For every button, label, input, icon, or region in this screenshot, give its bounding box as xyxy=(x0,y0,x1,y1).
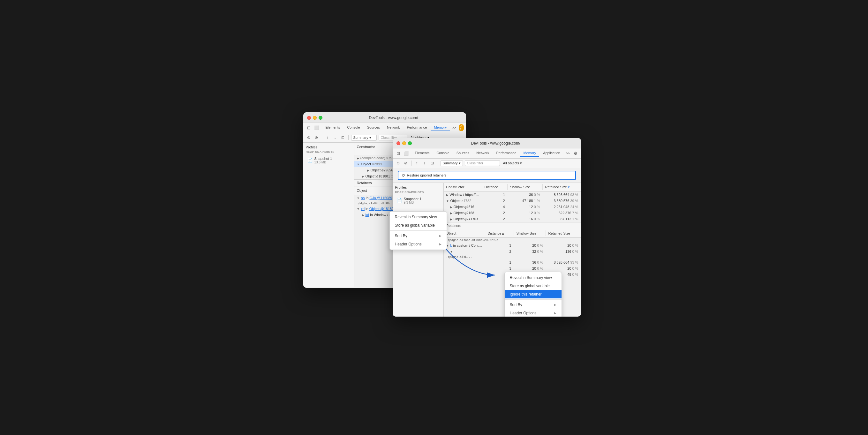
td-distance: 2 xyxy=(482,198,507,204)
window-title-2: DevTools - www.google.com/ xyxy=(414,141,577,146)
upload-icon-1[interactable]: ↑ xyxy=(325,135,331,141)
td-distance: 1 xyxy=(482,192,507,197)
td-d: 3 xyxy=(485,266,514,271)
td-name: ▼Object ×1782 xyxy=(444,198,482,204)
profiles-label-1: Profiles xyxy=(306,145,351,149)
table-row[interactable]: ▼b in custom / Context @? 3 20 0 % 20 0 … xyxy=(444,243,581,249)
td-sh: 20 0 % xyxy=(514,266,546,271)
td-shallow: 16 0 % xyxy=(507,216,543,222)
clear-icon-1[interactable]: ⊘ xyxy=(313,135,319,141)
more-icon-2[interactable]: ⋮ xyxy=(581,150,581,156)
table-row[interactable]: ▶Object @241763 2 16 0 % 87 112 1 % xyxy=(444,216,581,222)
upload-icon-2[interactable]: ↑ xyxy=(414,160,420,166)
td-name: ▶Object @216867 □ xyxy=(444,210,482,216)
snapshot-name-1: Snapshot 1 xyxy=(314,157,332,160)
menu-sortby-1[interactable]: Sort By ▶ xyxy=(390,232,446,240)
td-distance: 2 xyxy=(482,216,507,222)
menu-reveal-1[interactable]: Reveal in Summary view xyxy=(390,213,446,221)
sidebar-1: Profiles HEAP SNAPSHOTS 📄 Snapshot 1 13.… xyxy=(303,143,354,287)
tab-network-1[interactable]: Network xyxy=(384,124,403,131)
tab-console-1[interactable]: Console xyxy=(344,124,363,131)
tab-icons-2: ⊡ ⬜ xyxy=(395,150,409,156)
context-menu-2: Reveal in Summary view Store as global v… xyxy=(504,272,562,317)
td-ret: 20 0 % xyxy=(546,243,581,248)
table-row[interactable]: 3 20 0 % 20 0 % xyxy=(444,266,581,272)
tab-memory-1[interactable]: Memory xyxy=(431,124,450,131)
tab-application-2[interactable]: Application xyxy=(540,150,563,157)
td-retained: 3 580 576 39 % xyxy=(543,198,581,204)
menu-store-2[interactable]: Store as global variable xyxy=(505,282,561,290)
close-button-2[interactable] xyxy=(397,142,400,145)
snapshot-file-icon-2: 📄 xyxy=(397,198,402,203)
menu-reveal-2[interactable]: Reveal in Summary view xyxy=(505,274,561,282)
table-row[interactable]: 1 36 0 % 8 626 664 93 % xyxy=(444,259,581,266)
minimize-button-2[interactable] xyxy=(402,142,406,145)
tab-memory-2[interactable]: Memory xyxy=(520,150,539,157)
tab-console-2[interactable]: Console xyxy=(433,150,452,157)
restore-label: Restore ignored retainers xyxy=(407,173,446,177)
td-sh: 36 0 % xyxy=(514,259,546,265)
submenu-arrow-2: ▶ xyxy=(439,243,441,246)
table-row[interactable]: ▶Object @461651 □ 4 12 0 % 2 251 048 24 … xyxy=(444,204,581,210)
tab-performance-2[interactable]: Performance xyxy=(493,150,519,157)
tab-sources-2[interactable]: Sources xyxy=(453,150,472,157)
retainer-long-text-3: ,qddgKe,sTsL... xyxy=(444,255,581,259)
class-filter-2[interactable]: Class filter xyxy=(465,160,500,166)
inspect-icon-2[interactable]: ⊡ xyxy=(395,150,402,156)
restore-retainers-button[interactable]: ↺ Restore ignored retainers xyxy=(398,171,576,180)
table-row[interactable]: ▼Object ×1782 2 47 188 1 % 3 580 576 39 … xyxy=(444,198,581,204)
menu-headeropts-1[interactable]: Header Options ▶ xyxy=(390,240,446,248)
menu-store-1[interactable]: Store as global variable xyxy=(390,221,446,229)
tab-elements-1[interactable]: Elements xyxy=(322,124,343,131)
view-dropdown-2[interactable]: Summary ▾ xyxy=(440,160,463,166)
clear-icon-2[interactable]: ⊘ xyxy=(403,160,409,166)
menu-sortby-2[interactable]: Sort By ▶ xyxy=(505,301,561,309)
settings-icon-2[interactable]: ⚙ xyxy=(572,150,579,156)
table-row[interactable]: ▼ 2 32 0 % 136 0 % xyxy=(444,249,581,255)
inspect-icon[interactable]: ⊡ xyxy=(306,124,312,131)
menu-sep-1 xyxy=(390,230,446,231)
restore-bar: ↺ Restore ignored retainers xyxy=(393,168,581,183)
tab-network-2[interactable]: Network xyxy=(473,150,492,157)
download-icon-1[interactable]: ↓ xyxy=(332,135,338,141)
th-retained-2: Retained Size ▾ xyxy=(543,184,581,190)
record-icon-2[interactable]: ⊙ xyxy=(395,160,401,166)
download-icon-2[interactable]: ↓ xyxy=(422,160,428,166)
tab-elements-2[interactable]: Elements xyxy=(412,150,433,157)
close-button-1[interactable] xyxy=(307,116,311,120)
tab-overflow-2[interactable]: >> xyxy=(564,151,572,156)
collect-icon-1[interactable]: ⊡ xyxy=(340,135,346,141)
tabs-1: ⊡ ⬜ Elements Console Sources Network Per… xyxy=(303,123,466,133)
menu-headeropts-2[interactable]: Header Options ▶ xyxy=(505,309,561,317)
menu-ignore-retainer[interactable]: Ignore this retainer xyxy=(505,290,561,299)
record-icon-1[interactable]: ⊙ xyxy=(306,135,312,141)
td-ret: 20 0 % xyxy=(546,266,581,271)
maximize-button-1[interactable] xyxy=(319,116,322,120)
constructor-header-2: Constructor Distance Shallow Size Retain… xyxy=(444,183,581,192)
tab-overflow-1[interactable]: >> xyxy=(451,125,458,130)
separator-4 xyxy=(438,160,438,166)
submenu-arrow-3: ▶ xyxy=(554,303,556,306)
warning-badge-1: ⚠ 2 xyxy=(459,124,464,131)
tab-performance-1[interactable]: Performance xyxy=(404,124,430,131)
view-dropdown-1[interactable]: Summary ▾ xyxy=(351,135,377,141)
device-icon-2[interactable]: ⬜ xyxy=(403,150,409,156)
table-row[interactable]: ▶Object @216867 □ 2 12 0 % 622 376 7 % xyxy=(444,210,581,216)
tab-sources-1[interactable]: Sources xyxy=(364,124,383,131)
profiles-label-2: Profiles xyxy=(395,185,441,189)
settings-icon-1[interactable]: ⚙ xyxy=(464,124,466,131)
maximize-button-2[interactable] xyxy=(408,142,412,145)
table-row[interactable]: ▶Window / https://www.google.com 1 36 0 … xyxy=(444,192,581,198)
td-sh: 32 0 % xyxy=(514,249,546,254)
td-retained: 8 626 664 93 % xyxy=(543,192,581,197)
view-chevron-2: ▾ xyxy=(459,161,461,165)
collect-icon-2[interactable]: ⊡ xyxy=(429,160,435,166)
snapshot-item-1[interactable]: 📄 Snapshot 1 13.6 MB xyxy=(306,155,351,165)
snapshot-item-2[interactable]: 📄 Snapshot 1 9.3 MB xyxy=(395,196,441,206)
titlebar-2: DevTools - www.google.com/ xyxy=(393,138,581,148)
submenu-arrow-1: ▶ xyxy=(439,234,441,238)
td-object xyxy=(444,259,485,265)
device-icon[interactable]: ⬜ xyxy=(313,124,320,131)
minimize-button-1[interactable] xyxy=(313,116,317,120)
td-shallow: 12 0 % xyxy=(507,204,543,210)
